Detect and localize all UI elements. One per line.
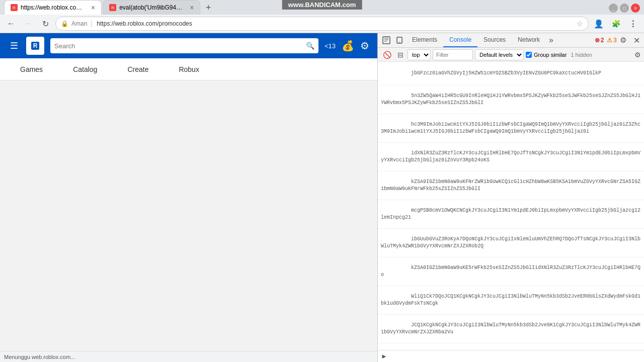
encoded-output-line: jbGFzcz0iaGVhZGVyIj5HZW51cmYOZSBZb3VyIEN…: [378, 62, 644, 85]
device-icon: [395, 36, 404, 44]
cursor-icon: [382, 36, 390, 44]
encoded-text: jbGFzcz0iaGVhZGVyIj5HZW51cmYOZSBZb3VyIEN…: [411, 70, 601, 76]
nav-catalog[interactable]: Catalog: [73, 65, 97, 73]
encoded-output-line-5: kZSA9IGZ1bmN0aW9uKFNrZWR1bGUwKCQ1cGl1cHZ…: [378, 171, 644, 200]
console-settings-btn[interactable]: ⚙: [634, 51, 641, 59]
roblox-navbar: ☰ R 🔍 <13 💰 ⚙: [0, 33, 377, 58]
encoded-output-line-3: hc3M9ImJobi1wcm1tYXJ5IGJ0biI1zbWFsbCIgaW…: [378, 114, 644, 143]
nav-create[interactable]: Create: [127, 65, 148, 73]
group-similar-text: Group similar: [534, 52, 567, 58]
tab-inactive[interactable]: R eval(atob('Um9ibG94LKh... ×: [103, 0, 200, 15]
devtools-close-btn[interactable]: ✕: [631, 34, 642, 47]
close-btn[interactable]: ×: [631, 4, 640, 13]
roblox-subnav: Games Catalog Create Robux: [0, 58, 377, 80]
warn-badge: ⚠ 3: [607, 37, 617, 44]
svg-text:R: R: [33, 42, 38, 49]
warn-icon: ⚠: [607, 37, 612, 44]
inspect-element-btn[interactable]: [380, 34, 393, 47]
more-tabs-btn[interactable]: »: [546, 34, 556, 47]
roblox-page: ☰ R 🔍 <13 💰 ⚙ Games Catalog: [0, 33, 377, 362]
tab-bar: R https://web.roblox.com/... × R eval(at…: [0, 0, 644, 15]
status-bar: Menunggu web.roblox.com...: [0, 351, 377, 362]
encoded-text-2: 5n3ZW5QaW4iIHR5cGU9InRleHQiHJ1YWRvbmx5PS…: [381, 93, 640, 106]
encoded-output-line-2: 5n3ZW5QaW4iIHR5cGU9InRleHQiHJ1YWRvbmx5PS…: [378, 85, 644, 114]
tab-network[interactable]: Network: [512, 33, 546, 47]
error-badge: ⊗ 2: [595, 37, 604, 44]
encoded-output-line-11: 4dWNjZVV4ZnNtaW9uKE5rWFkb25seSIZnZS5JbGl…: [378, 343, 644, 350]
hidden-count: 1 hidden: [571, 52, 592, 58]
console-input-row: ►: [378, 350, 644, 362]
profile-button[interactable]: 👤: [592, 17, 606, 31]
devtools-tabbar: Elements Console Sources Network » ⊗ 2 ⚠…: [378, 33, 644, 48]
notification-badge[interactable]: <13: [325, 42, 336, 50]
back-button[interactable]: ←: [4, 17, 18, 31]
tab-favicon-2: R: [109, 4, 116, 11]
minimize-btn[interactable]: _: [609, 4, 618, 13]
tab-sources[interactable]: Sources: [477, 33, 512, 47]
reload-button[interactable]: ↻: [38, 17, 52, 31]
hamburger-icon[interactable]: ☰: [8, 38, 20, 53]
star-icon[interactable]: ☆: [577, 20, 583, 28]
extensions-button[interactable]: 🧩: [609, 17, 623, 31]
settings-icon[interactable]: ⚙: [360, 40, 369, 52]
devtools-settings-btn[interactable]: ⚙: [620, 36, 626, 45]
lock-icon: 🔒: [61, 20, 68, 27]
browser-chrome: R https://web.roblox.com/... × R eval(at…: [0, 0, 644, 33]
status-text: Menunggu web.roblox.com...: [4, 354, 75, 360]
device-toolbar-btn[interactable]: [393, 34, 406, 47]
roblox-logo[interactable]: R: [26, 37, 44, 55]
tab-close-2[interactable]: ×: [190, 4, 194, 12]
roblox-main-content: [0, 80, 377, 351]
maximize-btn[interactable]: □: [620, 4, 629, 13]
tab-console[interactable]: Console: [443, 33, 477, 47]
console-output: jbGFzcz0iaGVhZGVyIj5HZW51cmYOZSBZb3VyIEN…: [378, 62, 644, 350]
search-icon: 🔍: [306, 42, 314, 50]
filter-toggle-btn[interactable]: ⊟: [395, 50, 406, 60]
devtools-panel: Elements Console Sources Network » ⊗ 2 ⚠…: [377, 33, 644, 362]
error-count: 2: [601, 37, 604, 44]
group-similar-checkbox[interactable]: [526, 52, 532, 58]
forward-button[interactable]: →: [21, 17, 35, 31]
group-similar-label[interactable]: Group similar: [526, 52, 567, 58]
new-tab-button[interactable]: +: [201, 1, 215, 15]
console-prompt: ►: [381, 352, 387, 360]
tab-active[interactable]: R https://web.roblox.com/... ×: [4, 0, 102, 15]
svg-point-7: [399, 42, 400, 43]
encoded-output-line-7: ibGUubGVuZ3RoKyA7DQoNCgkJY3cuJCgiIxNleml…: [378, 229, 644, 257]
tab-elements[interactable]: Elements: [406, 33, 443, 47]
log-level-selector[interactable]: Default levels: [475, 49, 524, 60]
encoded-output-line-10: JCQ1KCgkNCgkJY3cuJCgiI3NlbWluTMyNn5kb3dS…: [378, 315, 644, 343]
tab-title-1: https://web.roblox.com/...: [21, 4, 86, 11]
encoded-output-line-4: idXNlR3ZuZ3RzTlcKJY3cuJCgiIHRlbHE7QoJfTs…: [378, 143, 644, 171]
nav-games[interactable]: Games: [20, 65, 43, 73]
warn-count: 3: [613, 37, 617, 44]
devtools-status: ⊗ 2 ⚠ 3 ⚙ ✕: [595, 34, 642, 47]
address-bar: ← → ↻ 🔒 Aman https://web.roblox.com/prom…: [0, 15, 644, 33]
search-input[interactable]: [54, 42, 303, 50]
search-box[interactable]: 🔍: [50, 38, 318, 53]
nav-robux[interactable]: Robux: [179, 65, 199, 73]
console-toolbar: 🚫 ⊟ top Default levels Group similar 1 h…: [378, 48, 644, 62]
encoded-output-line-9: WliQ1Ck7DQoJCQ1KCgkNCgkJY3cuJCgiI3NlbWlu…: [378, 286, 644, 315]
menu-button[interactable]: ⋮: [626, 17, 640, 31]
filter-input[interactable]: [433, 49, 473, 60]
address-text: https://web.roblox.com/promocodes: [97, 20, 574, 27]
clear-console-btn[interactable]: 🚫: [381, 50, 393, 60]
robux-icon[interactable]: 💰: [342, 40, 354, 52]
encoded-output-line-6: mcgPSB0cmV1OWQKCNCgkJY3cuJCgiI3N1Ym1pdEJ…: [378, 200, 644, 229]
tab-close-1[interactable]: ×: [91, 4, 95, 12]
console-input[interactable]: [390, 353, 641, 360]
roblox-logo-svg: R: [29, 40, 41, 52]
error-icon: ⊗: [595, 37, 600, 44]
svg-rect-2: [383, 37, 390, 44]
site-label: Aman: [71, 20, 92, 27]
tab-favicon-1: R: [11, 4, 18, 11]
tab-title-2: eval(atob('Um9ibG94LKh...: [119, 4, 185, 11]
context-selector[interactable]: top: [408, 49, 431, 60]
encoded-output-line-8: kZSA0IGZ1bmN0aW9uKE5rWFkb25seSIZnZS5JbGl…: [378, 257, 644, 286]
